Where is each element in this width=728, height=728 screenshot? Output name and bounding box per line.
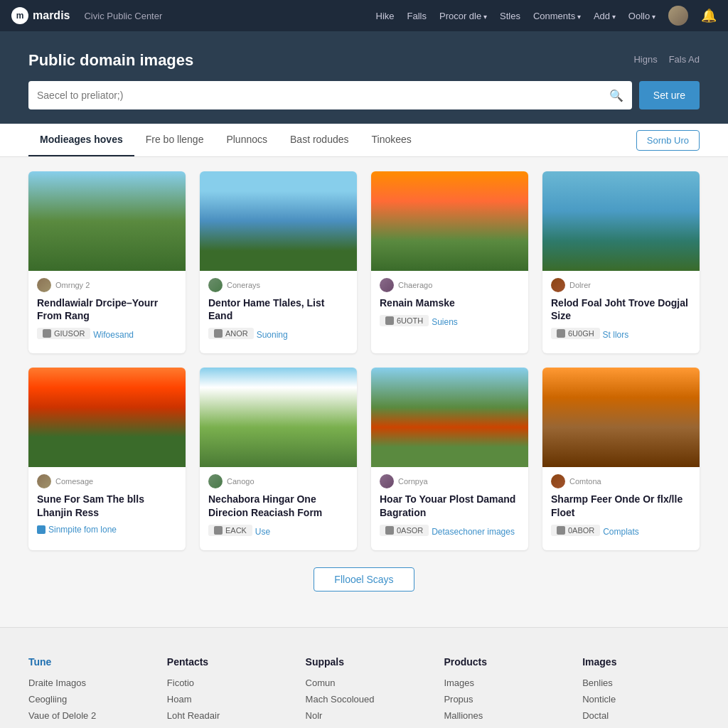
image-card: Conerays Dentor Hame Tlales, List Eand A… xyxy=(200,171,357,353)
footer-link[interactable]: Draite Imagos xyxy=(28,678,146,688)
card-meta-text: Comesage xyxy=(55,477,93,486)
load-more-wrap: Fllooel Scays xyxy=(28,550,700,599)
notification-bell-icon[interactable]: 🔔 xyxy=(701,8,717,23)
card-title: Rendlawialr Drcipe–Yourr From Rang xyxy=(37,296,177,322)
tab-plunnocs[interactable]: Plunnocs xyxy=(215,124,279,156)
search-input-wrap: 🔍 xyxy=(28,81,632,109)
tag-icon xyxy=(214,526,223,535)
header-link-higns[interactable]: Higns xyxy=(633,54,657,65)
logo[interactable]: m mardis xyxy=(11,7,70,24)
footer-link[interactable]: Images xyxy=(444,678,561,688)
footer-col-title: Pentacts xyxy=(167,656,284,668)
image-card: Omrngy 2 Rendlawialr Drcipe–Yourr From R… xyxy=(28,171,186,353)
header-link-falsad[interactable]: Fals Ad xyxy=(669,54,700,65)
card-meta-text: Omrngy 2 xyxy=(55,281,90,289)
footer-link[interactable]: Malliones xyxy=(444,710,561,721)
card-body: Chaerago Renain Mamske 6UOTH Suiens xyxy=(371,271,528,341)
footer-col-4: Images BenliesNonticleDoctal xyxy=(582,656,700,728)
card-tag: 6U0GH xyxy=(551,328,600,339)
card-meta-text: Dolrer xyxy=(569,281,591,289)
card-link[interactable]: Complats xyxy=(603,527,639,537)
footer-link[interactable]: Propus xyxy=(444,694,561,705)
card-link[interactable]: Wifoesand xyxy=(93,330,134,340)
image-card: Canogo Nechabora Hingar One Direcion Rea… xyxy=(200,368,357,550)
card-title: Sune For Sam The blls Lhanjin Ress xyxy=(37,493,177,518)
footer-col-2: Suppals ComunMach SocolouedNolrCloinekKc… xyxy=(306,656,423,728)
load-more-button[interactable]: Fllooel Scays xyxy=(314,567,414,592)
nav-link-hike[interactable]: Hike xyxy=(376,11,395,21)
footer-link[interactable]: Nonticle xyxy=(582,694,700,705)
nav-link-add[interactable]: Add xyxy=(594,11,616,21)
tab-fre-bo-llenge[interactable]: Fre bo llenge xyxy=(134,124,215,156)
footer-col-title: Tune xyxy=(28,656,146,668)
footer-link[interactable]: Loht Readair xyxy=(167,710,284,721)
footer-link[interactable]: Vaue of Delole 2 xyxy=(28,710,146,721)
logo-icon: m xyxy=(11,7,28,24)
card-meta: Cornpya xyxy=(380,474,520,488)
card-thumbnail xyxy=(371,171,528,271)
card-title: Relod Foal Joht Trove Dogjal Size xyxy=(551,296,691,322)
footer-col-title: Suppals xyxy=(306,656,423,668)
search-button[interactable]: Set ure xyxy=(639,81,700,109)
nav-links: Hike Falls Procor dle Stles Conments Add… xyxy=(376,6,717,26)
card-link[interactable]: Suiens xyxy=(432,317,458,327)
card-avatar xyxy=(551,474,565,488)
footer-link[interactable]: Doctal xyxy=(582,710,700,721)
tab-action-button[interactable]: Sornb Uro xyxy=(636,130,700,151)
card-avatar xyxy=(208,278,223,292)
nav-link-stles[interactable]: Stles xyxy=(500,11,520,21)
footer-link[interactable]: Mach Socoloued xyxy=(306,694,423,705)
card-thumbnail xyxy=(542,368,700,467)
card-avatar xyxy=(380,474,394,488)
card-link[interactable]: St llors xyxy=(603,330,629,340)
card-avatar xyxy=(37,474,51,488)
nav-link-procordle[interactable]: Procor dle xyxy=(439,11,487,21)
footer-link[interactable]: Ficotio xyxy=(167,678,284,688)
avatar[interactable] xyxy=(668,6,688,26)
tag-text: EACK xyxy=(225,526,247,535)
card-meta: Canogo xyxy=(208,474,348,488)
card-avatar xyxy=(208,474,223,488)
card-thumbnail xyxy=(28,171,186,271)
search-input[interactable] xyxy=(37,90,609,101)
image-card: Dolrer Relod Foal Joht Trove Dogjal Size… xyxy=(542,171,700,353)
header-section: Public domain images Higns Fals Ad 🔍 Set… xyxy=(0,31,728,124)
card-tag: ANOR xyxy=(208,328,254,339)
card-meta-text: Canogo xyxy=(227,477,255,486)
card-meta-text: Cornpya xyxy=(398,477,428,486)
card-avatar xyxy=(380,278,394,292)
footer: Tune Draite ImagosCeogliingVaue of Delol… xyxy=(0,627,728,728)
card-link[interactable]: Use xyxy=(255,527,270,537)
card-meta: Conerays xyxy=(208,278,348,292)
card-link[interactable]: Detasechoner images xyxy=(432,527,515,537)
footer-link[interactable]: Comun xyxy=(306,678,423,688)
tab-tinokees[interactable]: Tinokees xyxy=(360,124,423,156)
footer-link[interactable]: Ceogliing xyxy=(28,694,146,705)
nav-link-falls[interactable]: Falls xyxy=(407,11,427,21)
card-title: Renain Mamske xyxy=(380,296,520,309)
card-link[interactable]: Suoning xyxy=(257,330,288,340)
card-thumbnail xyxy=(542,171,700,271)
tag-icon xyxy=(385,316,394,325)
tabs: Modieages hoves Fre bo llenge Plunnocs B… xyxy=(28,124,636,156)
card-body: Canogo Nechabora Hingar One Direcion Rea… xyxy=(200,467,357,550)
nav-link-conments[interactable]: Conments xyxy=(533,11,581,21)
card-avatar xyxy=(37,278,51,292)
site-name: Civic Public Center xyxy=(84,11,162,21)
card-checkbox-link[interactable]: Sinmpite fom lone xyxy=(37,525,177,535)
footer-link[interactable]: Benlies xyxy=(582,678,700,688)
tag-icon xyxy=(557,526,565,535)
card-body: Comtona Sharmp Feer Onde Or flx/lle Floe… xyxy=(542,467,700,550)
nav-link-oollo[interactable]: Oollo xyxy=(628,11,655,21)
card-body: Comesage Sune For Sam The blls Lhanjin R… xyxy=(28,467,186,544)
card-thumbnail xyxy=(371,368,528,467)
footer-col-3: Products ImagesPropusMallionesMianda xyxy=(444,656,561,728)
card-body: Omrngy 2 Rendlawialr Drcipe–Yourr From R… xyxy=(28,271,186,353)
footer-col-title: Products xyxy=(444,656,561,668)
tag-text: ANOR xyxy=(225,329,248,338)
tag-icon xyxy=(43,329,51,338)
tab-modieages-hoves[interactable]: Modieages hoves xyxy=(28,124,134,156)
footer-link[interactable]: Nolr xyxy=(306,710,423,721)
footer-link[interactable]: Hoam xyxy=(167,694,284,705)
tab-bast-rodudes[interactable]: Bast rodudes xyxy=(279,124,360,156)
